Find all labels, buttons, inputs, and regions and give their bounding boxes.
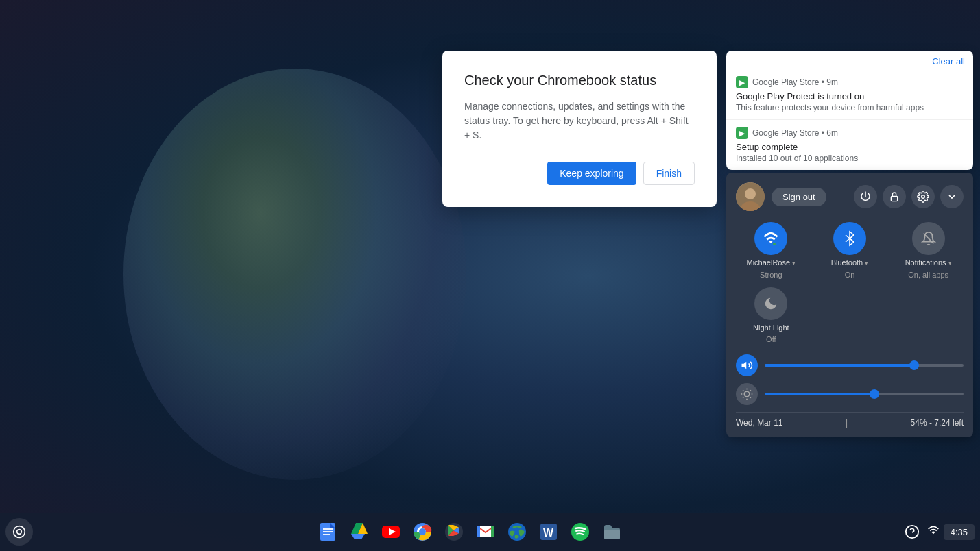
notification-item: ▶ Google Play Store • 6m Setup complete …	[726, 120, 973, 170]
finish-button[interactable]: Finish	[643, 162, 695, 185]
taskbar: W	[0, 513, 980, 551]
notif-body-2: Installed 10 out of 10 applications	[736, 154, 964, 163]
taskbar-app-docs[interactable]	[314, 518, 342, 546]
notif-source-name-2: Google Play Store • 6m	[752, 128, 838, 138]
google-play-icon-2: ▶	[736, 127, 748, 139]
notif-source: ▶ Google Play Store • 9m	[736, 76, 964, 88]
svg-text:W: W	[543, 527, 554, 539]
lock-button[interactable]	[883, 185, 906, 208]
notif-title: Google Play Protect is turned on	[736, 91, 964, 101]
user-avatar[interactable]	[736, 182, 765, 211]
chromebook-status-dialog: Check your Chromebook status Manage conn…	[442, 51, 717, 207]
taskbar-app-play[interactable]	[440, 518, 468, 546]
svg-point-5	[773, 243, 776, 245]
date-display: Wed, Mar 11	[736, 418, 782, 428]
taskbar-help-button[interactable]	[901, 521, 923, 543]
svg-line-11	[743, 390, 743, 391]
bluetooth-label: Bluetooth ▾	[831, 258, 869, 268]
night-light-icon	[754, 287, 787, 320]
svg-rect-30	[477, 526, 480, 537]
notif-source: ▶ Google Play Store • 6m	[736, 127, 964, 139]
bluetooth-icon	[833, 222, 866, 255]
google-play-icon: ▶	[736, 76, 748, 88]
battery-display: 54% - 7:24 left	[911, 418, 964, 428]
svg-rect-21	[323, 531, 333, 532]
qs-bottom-row: Wed, Mar 11 | 54% - 7:24 left	[736, 412, 964, 428]
wifi-label: MichaelRose ▾	[747, 258, 796, 268]
svg-point-35	[571, 523, 589, 541]
brightness-slider-row	[736, 383, 964, 405]
svg-line-16	[750, 390, 751, 391]
wifi-tile[interactable]: MichaelRose ▾ Strong	[736, 222, 806, 279]
night-light-sublabel: Off	[766, 335, 776, 343]
volume-thumb[interactable]	[909, 360, 919, 370]
desktop-globe	[123, 69, 466, 480]
volume-slider-row	[736, 354, 964, 376]
qs-tiles: MichaelRose ▾ Strong Bluetooth	[736, 222, 964, 343]
dialog-title: Check your Chromebook status	[464, 73, 695, 88]
keep-exploring-button[interactable]: Keep exploring	[547, 162, 636, 185]
bluetooth-tile[interactable]: Bluetooth ▾ On	[815, 222, 885, 279]
notifications-tile[interactable]: Notifications ▾ On, all apps	[893, 222, 964, 279]
night-light-label: Night Light	[753, 323, 789, 332]
svg-rect-31	[491, 526, 494, 537]
power-button[interactable]	[854, 185, 877, 208]
taskbar-apps: W	[38, 518, 901, 546]
brightness-fill	[765, 393, 874, 395]
dialog-body: Manage connections, updates, and setting…	[464, 99, 695, 143]
notif-source-name: Google Play Store • 9m	[752, 77, 838, 87]
svg-point-4	[922, 195, 925, 199]
notif-title-2: Setup complete	[736, 142, 964, 152]
taskbar-app-chrome[interactable]	[409, 518, 436, 546]
svg-point-1	[745, 188, 756, 199]
taskbar-app-gmail[interactable]	[472, 518, 499, 546]
system-tray[interactable]: 4:35	[944, 524, 975, 540]
notifications-area: Clear all ▶ Google Play Store • 9m Googl…	[726, 51, 973, 170]
expand-button[interactable]	[940, 185, 964, 208]
svg-rect-3	[891, 196, 897, 201]
quick-panel: Clear all ▶ Google Play Store • 9m Googl…	[726, 51, 973, 437]
svg-line-12	[750, 397, 751, 398]
brightness-icon	[736, 383, 758, 405]
svg-line-15	[743, 397, 743, 398]
bluetooth-sublabel: On	[845, 271, 855, 279]
qs-top-icons	[854, 185, 964, 208]
taskbar-app-youtube[interactable]	[377, 518, 405, 546]
volume-icon	[736, 354, 758, 376]
qs-top-row: Sign out	[736, 182, 964, 211]
clear-all-button[interactable]: Clear all	[932, 56, 965, 66]
svg-rect-20	[323, 528, 333, 530]
svg-marker-7	[742, 362, 747, 369]
notifications-label: Notifications ▾	[905, 258, 952, 268]
svg-point-27	[419, 528, 426, 535]
notifications-header: Clear all	[726, 51, 973, 69]
notifications-sublabel: On, all apps	[908, 271, 948, 279]
taskbar-app-files[interactable]	[598, 518, 625, 546]
svg-point-17	[14, 526, 25, 538]
notification-item: ▶ Google Play Store • 9m Google Play Pro…	[726, 69, 973, 120]
taskbar-app-spotify[interactable]	[566, 518, 594, 546]
brightness-track[interactable]	[765, 393, 964, 395]
volume-track[interactable]	[765, 364, 964, 367]
launcher-button[interactable]	[5, 518, 33, 546]
wifi-sublabel: Strong	[760, 271, 782, 279]
svg-rect-22	[323, 534, 330, 535]
taskbar-wifi-indicator	[927, 524, 940, 539]
svg-point-8	[744, 391, 750, 397]
svg-point-18	[17, 530, 22, 535]
sign-out-button[interactable]: Sign out	[772, 188, 826, 206]
taskbar-app-word[interactable]: W	[535, 518, 562, 546]
night-light-tile[interactable]: Night Light Off	[736, 287, 806, 343]
clock: 4:35	[951, 527, 968, 537]
notif-body: This feature protects your device from h…	[736, 103, 964, 112]
taskbar-right: 4:35	[901, 521, 975, 543]
settings-button[interactable]	[911, 185, 935, 208]
notifications-icon	[912, 222, 945, 255]
quick-settings-panel: Sign out	[726, 173, 973, 437]
desktop: Check your Chromebook status Manage conn…	[0, 0, 980, 551]
wifi-icon	[754, 222, 787, 255]
taskbar-app-drive[interactable]	[346, 518, 373, 546]
brightness-thumb[interactable]	[870, 389, 879, 399]
taskbar-app-earth[interactable]	[503, 518, 531, 546]
dialog-buttons: Keep exploring Finish	[464, 162, 695, 185]
